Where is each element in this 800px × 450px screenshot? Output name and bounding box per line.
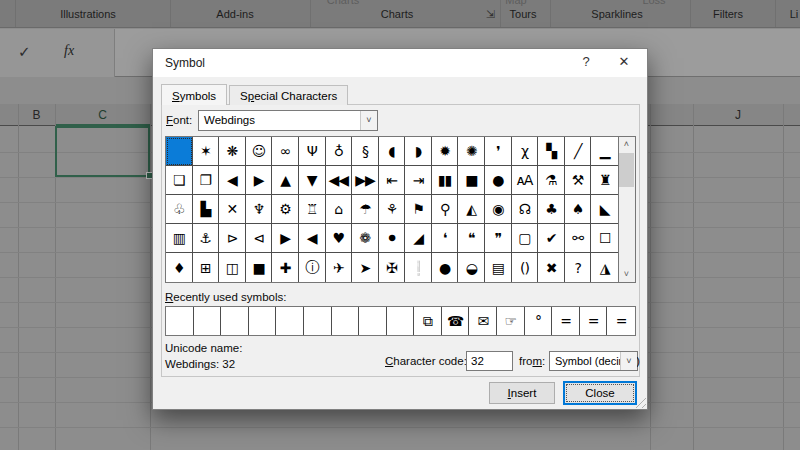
dialog-launcher-icon[interactable]: ⇲: [486, 8, 495, 21]
symbol-cell-cascade-windows[interactable]: ❐: [193, 166, 220, 195]
symbol-cell-speech-bubble-right[interactable]: ◗: [405, 137, 432, 166]
symbol-cell-empty[interactable]: [304, 307, 332, 335]
symbol-cell-equals[interactable]: =: [552, 307, 580, 335]
symbol-cell-construction[interactable]: ♜: [591, 166, 618, 195]
symbol-cell-mountain-road[interactable]: ◣: [591, 195, 618, 224]
symbol-cell-dashed-box[interactable]: ▢: [512, 224, 539, 253]
symbol-cell-slash-solid[interactable]: ◢: [405, 224, 432, 253]
symbol-cell-speaker-right[interactable]: ▶: [272, 224, 299, 253]
scroll-up-icon[interactable]: ˄: [619, 137, 634, 152]
symbol-cell-spider[interactable]: ✶: [193, 137, 220, 166]
tab-special-characters[interactable]: Special Characters: [229, 85, 348, 105]
symbol-cell-underscore[interactable]: ▁: [591, 137, 618, 166]
enter-check-icon[interactable]: ✓: [18, 43, 31, 61]
symbol-cell-eye[interactable]: ◉: [485, 195, 512, 224]
symbol-cell-speaker-left[interactable]: ◀: [299, 224, 326, 253]
symbol-cell-shield[interactable]: ♦: [166, 253, 193, 282]
help-icon[interactable]: ?: [573, 54, 599, 72]
symbol-cell-next[interactable]: ▶: [246, 166, 273, 195]
symbol-cell-city[interactable]: ▙: [193, 195, 220, 224]
symbol-cell-ship[interactable]: ⚓: [193, 224, 220, 253]
symbol-cell-countryside[interactable]: ♧: [166, 195, 193, 224]
symbol-cell-island[interactable]: ⚘: [379, 195, 406, 224]
column-header-b[interactable]: B: [18, 108, 55, 122]
symbol-cell-checkerboard[interactable]: ▚: [538, 137, 565, 166]
symbol-cell-down[interactable]: ▼: [299, 166, 326, 195]
column-header-j[interactable]: J: [693, 108, 783, 122]
symbol-cell-record[interactable]: ●: [485, 166, 512, 195]
symbol-cell-previous[interactable]: ◀: [219, 166, 246, 195]
symbol-cell-ear[interactable]: ☊: [512, 195, 539, 224]
symbol-cell-equals[interactable]: =: [580, 307, 608, 335]
symbol-cell-medal[interactable]: ♁: [326, 137, 353, 166]
symbol-cell-factory[interactable]: ⚙: [272, 195, 299, 224]
symbol-cell-demolition[interactable]: ✕: [219, 195, 246, 224]
close-icon[interactable]: ✕: [611, 54, 637, 72]
symbol-cell-two-bubbles[interactable]: ❝: [458, 224, 485, 253]
symbol-cell-empty[interactable]: [249, 307, 277, 335]
symbol-cell-degree-sign[interactable]: °: [525, 307, 553, 335]
close-button[interactable]: Close: [563, 381, 637, 405]
symbol-cell-blank-square[interactable]: ☐: [591, 224, 618, 253]
symbol-cell-announce-right[interactable]: ⊳: [219, 224, 246, 253]
symbol-cell-star-plane[interactable]: ✠: [379, 253, 406, 282]
symbol-cell-empty[interactable]: [221, 307, 249, 335]
symbol-cell-plane-mountain[interactable]: ◮: [591, 253, 618, 282]
symbol-cell-pointing-hand[interactable]: ☞: [497, 307, 525, 335]
symbol-cell-park[interactable]: ♣: [538, 195, 565, 224]
symbol-cell-empty[interactable]: [194, 307, 222, 335]
symbol-cell-empty[interactable]: [276, 307, 304, 335]
symbol-cell-stop[interactable]: ■: [458, 166, 485, 195]
symbol-cell-tools[interactable]: ⚒: [565, 166, 592, 195]
symbol-cell-empty[interactable]: [332, 307, 360, 335]
scrollbar-thumb[interactable]: [619, 153, 634, 187]
symbol-cell-lightning-burst[interactable]: ✺: [458, 137, 485, 166]
symbol-cell-parentheses[interactable]: (): [512, 253, 539, 282]
symbol-cell-desert[interactable]: ♆: [246, 195, 273, 224]
symbol-grid-scrollbar[interactable]: ˄ ˅: [619, 136, 636, 283]
symbol-cell-cross-x[interactable]: ✖: [538, 253, 565, 282]
symbol-cell-envelope[interactable]: ✉: [469, 307, 497, 335]
symbol-cell-up[interactable]: ▲: [272, 166, 299, 195]
symbol-cell-checkmark[interactable]: ✔: [538, 224, 565, 253]
symbol-cell-bouquet[interactable]: ❁: [352, 224, 379, 253]
symbol-cell-black-square[interactable]: ■: [246, 253, 273, 282]
symbol-cell-gift[interactable]: ⊞: [193, 253, 220, 282]
symbol-cell-open-book[interactable]: ⧉: [414, 307, 442, 335]
symbol-cell-empty[interactable]: [359, 307, 387, 335]
symbol-cell-spider-web[interactable]: ❋: [219, 137, 246, 166]
symbol-cell-speech-solid[interactable]: ⚫: [379, 224, 406, 253]
symbol-cell-information[interactable]: ⓘ: [299, 253, 326, 282]
symbol-cell-alert-person[interactable]: ❕: [405, 253, 432, 282]
symbol-cell-empty[interactable]: [166, 307, 194, 335]
symbol-cell-thought-bubble[interactable]: ❛: [432, 224, 459, 253]
symbol-cell-skip-start[interactable]: ⇤: [379, 166, 406, 195]
symbol-cell-three-bubbles[interactable]: ❞: [485, 224, 512, 253]
dialog-titlebar[interactable]: Symbol ? ✕: [153, 49, 647, 77]
symbol-cell-announce-left[interactable]: ⊲: [246, 224, 273, 253]
symbol-cell-carport[interactable]: ☂: [352, 195, 379, 224]
symbol-cell-question-mark[interactable]: ?: [565, 253, 592, 282]
symbol-cell-telephone[interactable]: ☎: [442, 307, 470, 335]
font-dropdown[interactable]: Webdings ˅: [198, 110, 378, 131]
symbol-cell-pause[interactable]: ▮▮: [432, 166, 459, 195]
symbol-cell-skip-end[interactable]: ⇥: [405, 166, 432, 195]
symbol-cell-small-plane[interactable]: ✈: [326, 253, 353, 282]
symbol-cell-bank-building[interactable]: ♖: [299, 195, 326, 224]
chevron-down-icon[interactable]: ˅: [360, 111, 377, 130]
insert-button[interactable]: Insert: [489, 382, 555, 404]
symbol-cell-heart[interactable]: ♥: [326, 224, 353, 253]
active-cell-selection[interactable]: [55, 126, 150, 177]
symbol-cell-campground[interactable]: ♠: [565, 195, 592, 224]
symbol-cell-window[interactable]: ❏: [166, 166, 193, 195]
symbol-cell-sunglasses[interactable]: ∞: [272, 137, 299, 166]
symbol-cell-ambulance[interactable]: ✚: [272, 253, 299, 282]
symbol-cell-highway-sign[interactable]: ⚑: [405, 195, 432, 224]
symbol-cell-thick-slash[interactable]: ╱: [565, 137, 592, 166]
symbol-cell-paperclips[interactable]: §: [352, 137, 379, 166]
symbol-cell-black-circle[interactable]: ●: [432, 253, 459, 282]
symbol-cell-rewind[interactable]: ◀◀: [326, 166, 353, 195]
symbol-cell-empty[interactable]: [387, 307, 415, 335]
symbol-cell-speech-bubble-left[interactable]: ◖: [379, 137, 406, 166]
scroll-down-icon[interactable]: ˅: [619, 267, 634, 282]
